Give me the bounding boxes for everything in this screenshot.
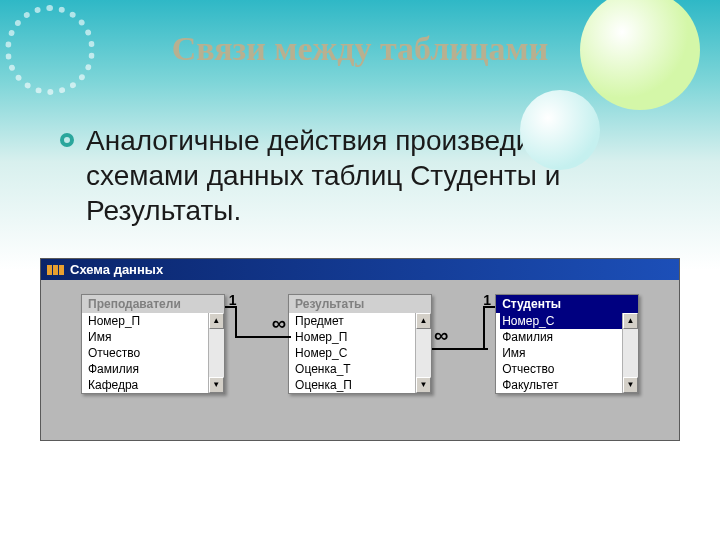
scroll-track[interactable]: [623, 329, 638, 377]
scroll-track[interactable]: [416, 329, 431, 377]
field-list[interactable]: Номер_С Фамилия Имя Отчество Факультет: [496, 313, 622, 393]
field-item[interactable]: Кафедра: [86, 377, 208, 393]
diagram-area[interactable]: Преподаватели Номер_П Имя Отчество Фамил…: [41, 280, 679, 440]
table-card[interactable]: Преподаватели Номер_П Имя Отчество Фамил…: [81, 294, 225, 394]
table-card[interactable]: Студенты Номер_С Фамилия Имя Отчество Фа…: [495, 294, 639, 394]
scroll-up-icon[interactable]: ▲: [416, 313, 431, 329]
scroll-down-icon[interactable]: ▼: [209, 377, 224, 393]
relationships-window: Схема данных Преподаватели Номер_П Имя О…: [40, 258, 680, 441]
app-icon: [47, 265, 64, 275]
field-item[interactable]: Предмет: [293, 313, 415, 329]
cardinality-many: ∞: [272, 312, 286, 335]
table-header[interactable]: Преподаватели: [82, 295, 224, 313]
field-item[interactable]: Факультет: [500, 377, 622, 393]
field-item[interactable]: Фамилия: [500, 329, 622, 345]
field-item[interactable]: Отчество: [86, 345, 208, 361]
field-item[interactable]: Имя: [86, 329, 208, 345]
field-item[interactable]: Номер_П: [86, 313, 208, 329]
bullet-icon: [60, 133, 74, 147]
table-header[interactable]: Студенты: [496, 295, 638, 313]
field-item[interactable]: Оценка_Т: [293, 361, 415, 377]
table-header[interactable]: Результаты: [289, 295, 431, 313]
scrollbar[interactable]: ▲ ▼: [208, 313, 224, 393]
field-list[interactable]: Номер_П Имя Отчество Фамилия Кафедра: [82, 313, 208, 393]
scrollbar[interactable]: ▲ ▼: [622, 313, 638, 393]
field-item[interactable]: Отчество: [500, 361, 622, 377]
field-item[interactable]: Номер_П: [293, 329, 415, 345]
window-title: Схема данных: [70, 262, 163, 277]
cardinality-many: ∞: [434, 324, 448, 347]
field-item[interactable]: Номер_С: [293, 345, 415, 361]
field-item[interactable]: Оценка_П: [293, 377, 415, 393]
table-card[interactable]: Результаты Предмет Номер_П Номер_С Оценк…: [288, 294, 432, 394]
scrollbar[interactable]: ▲ ▼: [415, 313, 431, 393]
field-list[interactable]: Предмет Номер_П Номер_С Оценка_Т Оценка_…: [289, 313, 415, 393]
field-item[interactable]: Фамилия: [86, 361, 208, 377]
scroll-up-icon[interactable]: ▲: [623, 313, 638, 329]
scroll-down-icon[interactable]: ▼: [416, 377, 431, 393]
window-titlebar[interactable]: Схема данных: [41, 259, 679, 280]
scroll-down-icon[interactable]: ▼: [623, 377, 638, 393]
scroll-track[interactable]: [209, 329, 224, 377]
field-item[interactable]: Имя: [500, 345, 622, 361]
field-item[interactable]: Номер_С: [500, 313, 622, 329]
scroll-up-icon[interactable]: ▲: [209, 313, 224, 329]
